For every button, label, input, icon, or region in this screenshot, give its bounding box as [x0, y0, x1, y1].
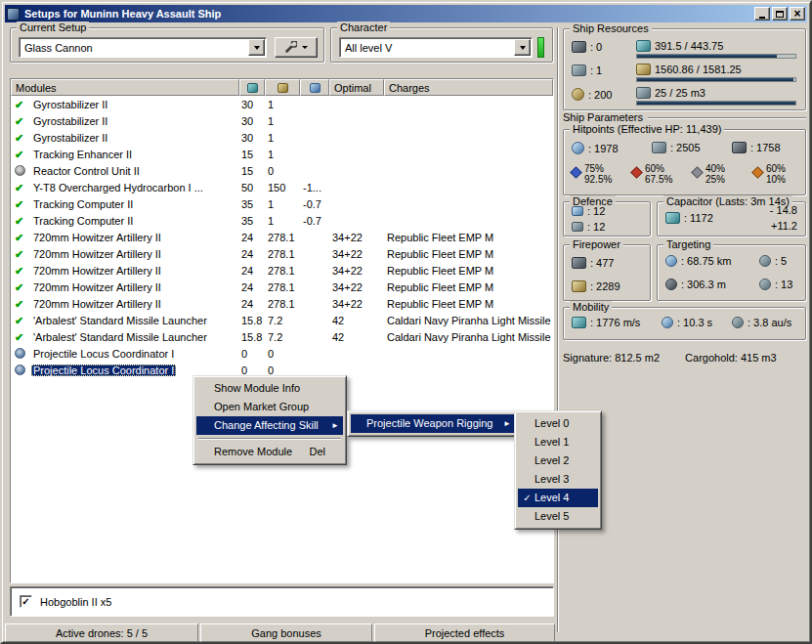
- header-rule: [648, 117, 806, 119]
- module-name: Reactor Control Unit II: [28, 163, 239, 179]
- armor-hp: : 2505: [652, 142, 701, 153]
- check-icon: ✔: [11, 149, 28, 160]
- module-optimal: 34+22: [329, 279, 384, 295]
- check-icon: ✔: [11, 99, 28, 110]
- module-name: Projectile Locus Coordinator I: [28, 346, 239, 362]
- module-cpu: 30: [239, 97, 265, 112]
- module-name: Tracking Computer II: [28, 213, 239, 229]
- menu-shortcut: Del: [309, 443, 325, 461]
- module-row[interactable]: ✔Gyrostabilizer II301: [11, 112, 553, 129]
- module-cpu: 15: [239, 163, 265, 179]
- calibration: : 200: [572, 88, 612, 101]
- minimize-button[interactable]: [754, 7, 770, 21]
- module-cpu: 50: [239, 180, 265, 195]
- module-charges: Republic Fleet EMP M: [384, 296, 553, 312]
- module-name: 'Arbalest' Standard Missile Launcher: [28, 313, 239, 328]
- character-label: Character: [337, 21, 390, 34]
- module-row[interactable]: ✔Gyrostabilizer II301: [11, 96, 553, 112]
- module-row[interactable]: ✔720mm Howitzer Artillery II24278.134+22…: [11, 262, 553, 279]
- submenu-arrow-icon: ►: [331, 416, 339, 435]
- character-group: Character All level V: [330, 27, 553, 63]
- module-cpu: 30: [239, 113, 265, 129]
- menu-item[interactable]: Remove ModuleDel: [196, 443, 343, 461]
- targeting-range-icon: [665, 255, 677, 267]
- module-cpu: 35: [239, 196, 265, 212]
- module-cpu: 15: [239, 147, 265, 162]
- menu-item-level[interactable]: Level 0: [518, 414, 598, 433]
- gear-icon: [11, 165, 28, 176]
- module-name: Y-T8 Overcharged Hydrocarbon I ...: [28, 180, 239, 195]
- powergrid-column-header[interactable]: [265, 79, 300, 96]
- cpu-column-header[interactable]: [239, 79, 265, 96]
- menu-item-level[interactable]: ✓Level 4: [518, 489, 598, 507]
- module-row[interactable]: ✔Gyrostabilizer II301: [11, 129, 553, 146]
- module-row[interactable]: ✔'Arbalest' Standard Missile Launcher15.…: [11, 328, 553, 345]
- module-row[interactable]: ✔'Arbalest' Standard Missile Launcher15.…: [11, 312, 553, 328]
- module-row[interactable]: ✔720mm Howitzer Artillery II24278.134+22…: [11, 295, 553, 312]
- module-row[interactable]: ✔720mm Howitzer Artillery II24278.134+22…: [11, 245, 553, 262]
- menu-item[interactable]: Show Module Info: [196, 379, 343, 398]
- menu-item-level[interactable]: Level 2: [518, 451, 598, 470]
- module-name: Gyrostabilizer II: [28, 113, 239, 129]
- modules-column-header[interactable]: Modules: [11, 79, 239, 96]
- module-row[interactable]: Projectile Locus Coordinator I00: [11, 345, 553, 362]
- module-powergrid: 278.1: [265, 279, 300, 295]
- scan-resolution: : 306.3 m: [665, 279, 726, 290]
- launcher-hardpoint-icon: [572, 64, 586, 76]
- hobgoblin-checkbox[interactable]: ✓: [20, 595, 32, 608]
- defence-group: Defence : 12 : 12: [563, 201, 651, 236]
- module-powergrid: 7.2: [265, 329, 300, 345]
- close-button[interactable]: ×: [790, 7, 805, 21]
- module-powergrid: 1: [265, 113, 300, 129]
- module-row[interactable]: ✔Y-T8 Overcharged Hydrocarbon I ...50150…: [11, 179, 553, 195]
- check-icon: ✔: [11, 132, 28, 144]
- maximize-button[interactable]: [772, 7, 788, 21]
- signature-row: Signature: 812.5 m2 Cargohold: 415 m3: [563, 352, 777, 364]
- capacitor-column-header[interactable]: [300, 79, 329, 96]
- module-row[interactable]: ✔Tracking Computer II351-0.7: [11, 212, 553, 229]
- vertical-divider: [557, 27, 559, 632]
- menu-item[interactable]: Change Affecting Skill►: [196, 416, 343, 435]
- menu-item-skill[interactable]: Projectile Weapon Rigging ►: [351, 414, 515, 433]
- charges-column-header[interactable]: Charges: [384, 79, 553, 96]
- targeting-label: Targeting: [663, 238, 713, 251]
- firepower-group: Firepower : 477 : 2289: [563, 244, 651, 301]
- setup-tools-button[interactable]: [275, 37, 318, 58]
- tab-active-drones[interactable]: Active drones: 5 / 5: [5, 623, 198, 642]
- targeting-group: Targeting : 68.75 km : 5 : 306.3 m : 13: [657, 244, 806, 301]
- module-row[interactable]: ✔Tracking Enhancer II151: [11, 146, 553, 162]
- module-cpu: 24: [239, 246, 265, 262]
- thermal-resist-icon: [630, 166, 643, 179]
- module-row[interactable]: Reactor Control Unit II150: [11, 162, 553, 179]
- max-targets-icon: [759, 255, 771, 267]
- module-powergrid: 150: [265, 180, 300, 195]
- character-dropdown-arrow-icon[interactable]: [514, 39, 531, 56]
- module-powergrid: 0: [265, 163, 300, 179]
- dronebay-resource: 25 / 25 m3: [636, 86, 796, 106]
- module-charges: Republic Fleet EMP M: [384, 263, 553, 279]
- resist-em: 75%92.5%: [572, 163, 632, 185]
- optimal-column-header[interactable]: Optimal: [329, 79, 384, 96]
- title-bar[interactable]: Setups for Muninn Heavy Assault Ship ×: [5, 5, 807, 22]
- module-cpu: 30: [239, 130, 265, 146]
- character-select[interactable]: All level V: [339, 37, 533, 58]
- mobility-label: Mobility: [570, 301, 612, 314]
- module-row[interactable]: ✔Tracking Computer II351-0.7: [11, 195, 553, 212]
- module-row[interactable]: ✔720mm Howitzer Artillery II24278.134+22…: [11, 229, 553, 245]
- setup-dropdown-arrow-icon[interactable]: [248, 39, 265, 56]
- menu-item-level[interactable]: Level 1: [518, 433, 598, 451]
- module-optimal: 34+22: [329, 296, 384, 312]
- tab-projected-effects[interactable]: Projected effects: [374, 623, 555, 642]
- check-icon: ✔: [11, 115, 28, 127]
- shield-recharge-icon: [572, 206, 583, 216]
- module-row[interactable]: ✔720mm Howitzer Artillery II24278.134+22…: [11, 279, 553, 295]
- menu-item-level[interactable]: Level 5: [518, 507, 598, 526]
- calibration-icon: [572, 88, 584, 101]
- setup-select[interactable]: Glass Cannon: [19, 37, 267, 58]
- menu-item[interactable]: Open Market Group: [196, 398, 343, 416]
- tab-gang-bonuses[interactable]: Gang bonuses: [200, 623, 372, 642]
- menu-item-level[interactable]: Level 3: [518, 470, 598, 489]
- module-name: 'Arbalest' Standard Missile Launcher: [28, 329, 239, 345]
- firepower-dps: : 477: [572, 257, 614, 269]
- structure-hp: : 1758: [732, 142, 781, 153]
